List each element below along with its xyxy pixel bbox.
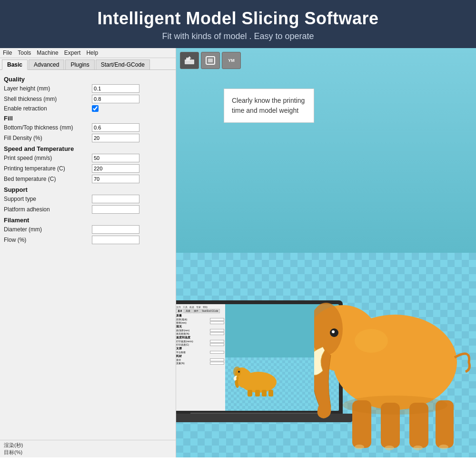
svg-point-13 — [238, 371, 240, 373]
laptop-menu: 文件工具机器专家帮助 — [176, 305, 224, 309]
toolbar-load-model[interactable] — [180, 52, 199, 69]
section-support: Support — [4, 186, 172, 193]
menu-expert[interactable]: Expert — [64, 50, 81, 56]
ym-label: YM — [228, 58, 235, 63]
menu-machine[interactable]: Machine — [37, 50, 58, 56]
laptop-fill: 填充 — [176, 325, 224, 328]
left-panel: File Tools Machine Expert Help Basic Adv… — [0, 48, 176, 457]
section-speed-temp: Speed and Temperature — [4, 145, 172, 152]
setting-print-speed: Print speed (mm/s) — [4, 154, 172, 162]
svg-point-26 — [332, 330, 335, 333]
main-content: File Tools Machine Expert Help Basic Adv… — [0, 48, 476, 457]
svg-point-28 — [355, 329, 388, 353]
input-shell-thickness[interactable] — [92, 95, 139, 103]
tabs: Basic Advanced Plugins Start/End-GCode — [0, 58, 176, 70]
input-diameter[interactable] — [92, 225, 139, 234]
svg-rect-4 — [208, 59, 213, 62]
toolbar-ym-mode[interactable]: YM — [222, 52, 241, 69]
setting-layer-height: Layer height (mm) — [4, 84, 172, 93]
toolbar-view-mode[interactable] — [201, 52, 220, 69]
view-mode-icon — [205, 56, 216, 65]
input-print-speed[interactable] — [92, 154, 139, 162]
viewport-wall — [176, 48, 476, 273]
menu-help[interactable]: Help — [86, 50, 98, 56]
setting-fill-density: Fill Density (%) — [4, 134, 172, 142]
checkbox-enable-retraction[interactable] — [92, 105, 99, 112]
svg-point-23 — [413, 446, 423, 450]
laptop-row-9: 流量(%) — [176, 362, 224, 365]
section-fill: Fill — [4, 115, 172, 122]
menu-bar: File Tools Machine Expert Help — [0, 48, 176, 58]
status-line1: 渲染(秒) — [4, 442, 172, 449]
page-subtitle: Fit with kinds of model . Easy to operat… — [5, 31, 471, 41]
laptop-row-5: 打印速度(mm/s) — [176, 340, 224, 343]
laptop-tabs: 基本 高级 插件 Start/End-GCode — [176, 309, 224, 313]
page-title: Intelligent Model Slicing Software — [5, 9, 471, 29]
laptop-row-3: 底/顶厚(mm) — [176, 329, 224, 332]
laptop-elephant — [232, 358, 285, 397]
right-panel: YM Clearly know the printing time and mo… — [176, 48, 476, 457]
laptop-quality: 质量 — [176, 314, 224, 317]
svg-point-21 — [355, 445, 364, 449]
tab-advanced[interactable]: Advanced — [29, 60, 64, 69]
svg-rect-12 — [268, 390, 273, 397]
input-print-temp[interactable] — [92, 164, 139, 173]
setting-diameter: Diameter (mm) — [4, 225, 172, 234]
header: Intelligent Model Slicing Software Fit w… — [0, 0, 476, 48]
laptop-left-panel: 文件工具机器专家帮助 基本 高级 插件 Start/End-GCode 质量 — [176, 304, 225, 411]
laptop-support: 支撑 — [176, 347, 224, 350]
laptop-speed: 速度和温度 — [176, 336, 224, 339]
laptop-row-8: 直径 — [176, 358, 224, 361]
setting-platform-adhesion: Platform adhesion — [4, 205, 172, 214]
laptop-row-7: 平台附着 — [176, 351, 224, 354]
input-bed-temp[interactable] — [92, 175, 139, 183]
input-platform-adhesion[interactable] — [92, 205, 139, 214]
input-flow[interactable] — [92, 236, 139, 244]
elephant-large — [314, 267, 476, 457]
laptop-row-4: 填充密度(%) — [176, 332, 224, 335]
laptop-filament: 耗材 — [176, 355, 224, 358]
status-bar: 渲染(秒) 目标(%) — [0, 440, 176, 457]
laptop-row-2: 壁厚(mm) — [176, 321, 224, 324]
input-bottom-top-thickness[interactable] — [92, 123, 139, 132]
load-model-icon — [184, 56, 195, 65]
svg-rect-9 — [248, 390, 252, 397]
section-filament: Filament — [4, 217, 172, 224]
svg-rect-11 — [262, 390, 267, 397]
setting-flow: Flow (%) — [4, 236, 172, 244]
input-support-type[interactable] — [92, 195, 139, 203]
tab-startend-gcode[interactable]: Start/End-GCode — [96, 60, 150, 69]
input-layer-height[interactable] — [92, 84, 139, 93]
tab-plugins[interactable]: Plugins — [65, 60, 94, 69]
section-quality: Quality — [4, 76, 172, 83]
laptop-row-1: 层厚(毫米) — [176, 318, 224, 321]
viewport-bg: YM Clearly know the printing time and mo… — [176, 48, 476, 457]
setting-print-temp: Printing temperature (C) — [4, 164, 172, 173]
setting-bottom-top-thickness: Bottom/Top thickness (mm) — [4, 123, 172, 132]
svg-marker-2 — [188, 56, 191, 59]
setting-bed-temp: Bed temperature (C) — [4, 175, 172, 183]
viewport-toolbar: YM — [180, 52, 241, 69]
svg-point-22 — [385, 446, 394, 450]
status-line2: 目标(%) — [4, 449, 172, 456]
input-fill-density[interactable] — [92, 134, 139, 142]
settings-panel: Quality Layer height (mm) Shell thicknes… — [0, 70, 176, 440]
laptop-row-6: 打印温度(C) — [176, 343, 224, 346]
tab-basic[interactable]: Basic — [2, 60, 28, 70]
laptop-elephant-svg — [232, 358, 285, 397]
callout-box: Clearly know the printing time and model… — [224, 89, 314, 123]
setting-shell-thickness: Shell thickness (mm) — [4, 95, 172, 103]
callout-text: Clearly know the printing time and model… — [232, 97, 305, 114]
menu-file[interactable]: File — [3, 50, 12, 56]
setting-enable-retraction: Enable retraction — [4, 105, 172, 112]
svg-rect-10 — [255, 390, 260, 397]
setting-support-type: Support type — [4, 195, 172, 203]
menu-tools[interactable]: Tools — [18, 50, 31, 56]
elephant-svg — [314, 267, 476, 457]
svg-point-27 — [343, 396, 447, 415]
svg-point-24 — [439, 445, 448, 449]
